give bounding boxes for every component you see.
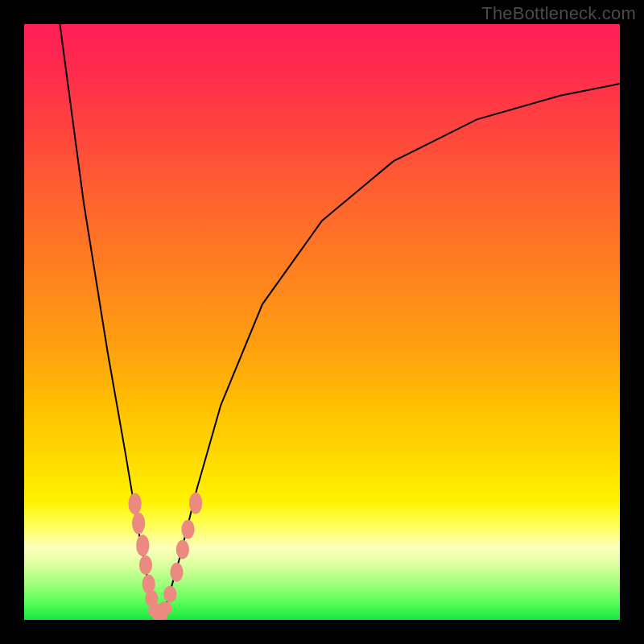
chart-svg (24, 24, 620, 620)
curve-right-branch (159, 84, 621, 617)
marker-point (136, 535, 149, 556)
marker-point (129, 493, 142, 514)
watermark-text: TheBottleneck.com (481, 3, 636, 24)
marker-point (139, 555, 152, 575)
marker-point (163, 586, 176, 603)
marker-point (176, 540, 189, 559)
marker-point (170, 563, 183, 582)
marker-point (132, 513, 145, 535)
marker-point (158, 601, 172, 616)
plot-area (24, 24, 620, 620)
marker-point (189, 493, 202, 514)
chart-frame: TheBottleneck.com (0, 0, 644, 644)
marker-point (181, 520, 194, 539)
